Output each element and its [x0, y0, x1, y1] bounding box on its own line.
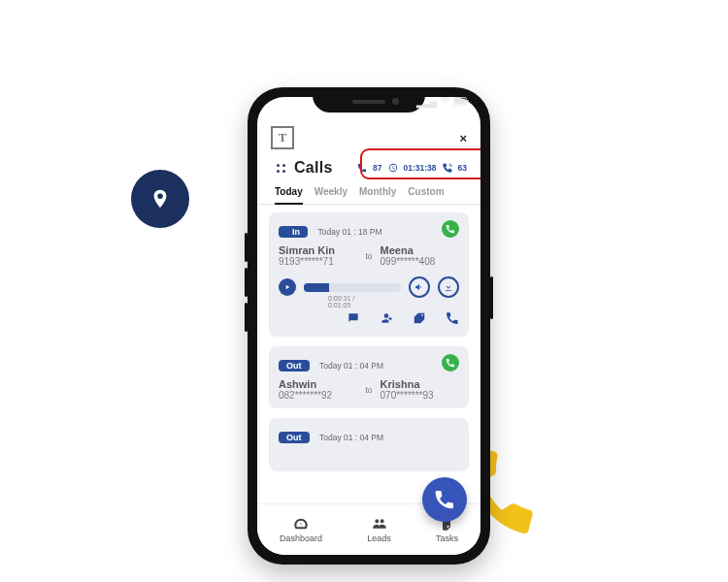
- direction-chip: In: [279, 226, 308, 238]
- call-timestamp: Today 01 : 04 PM: [319, 433, 383, 442]
- call-card: In Today 01 : 18 PM Simran Kin 9193*****…: [269, 212, 469, 337]
- phone-device: ▂▃▅ T × Calls 87 01:31:38 63 T: [248, 87, 490, 565]
- to-label: to: [365, 251, 372, 261]
- phone-icon: [357, 163, 367, 173]
- tag-icon: [413, 311, 426, 325]
- gauge-icon: [293, 516, 309, 532]
- call-stats: 87 01:31:38 63: [357, 163, 467, 173]
- decor-location-badge: [131, 170, 189, 228]
- tab-weekly[interactable]: Weekly: [314, 182, 347, 204]
- call-card: Out Today 01 : 04 PM Ashwin 082*******92…: [269, 346, 469, 408]
- phone-screen: T × Calls 87 01:31:38 63 Today Weekly Mo…: [257, 97, 480, 555]
- call-card: Out Today 01 : 04 PM: [269, 418, 469, 471]
- call-now-button[interactable]: [442, 220, 459, 238]
- title-ornament-icon: [275, 162, 286, 174]
- download-icon: [444, 282, 453, 292]
- tag-action[interactable]: [413, 311, 426, 329]
- dial-fab[interactable]: [422, 477, 467, 522]
- phone-ring-icon: [443, 163, 452, 173]
- tab-monthly[interactable]: Monthly: [359, 182, 396, 204]
- nav-dashboard[interactable]: Dashboard: [280, 516, 322, 543]
- direction-chip: Out: [279, 360, 310, 372]
- battery-icon: [453, 97, 469, 108]
- phone-notch: [313, 87, 425, 113]
- speaker-icon: [414, 282, 424, 292]
- status-bar-icons: ▂▃▅: [416, 96, 469, 109]
- phone-refresh-icon: [446, 311, 459, 325]
- volume-button[interactable]: [409, 276, 430, 298]
- call-timestamp: Today 01 : 04 PM: [319, 361, 383, 371]
- signal-icon: ▂▃▅: [416, 98, 437, 108]
- users-icon: [372, 516, 387, 532]
- caller-name: Ashwin: [279, 378, 357, 390]
- play-icon: [283, 283, 291, 291]
- download-button[interactable]: [438, 276, 459, 298]
- phone-icon: [446, 358, 455, 368]
- call-timestamp: Today 01 : 18 PM: [317, 227, 381, 237]
- nav-leads[interactable]: Leads: [367, 516, 391, 543]
- stat-calls: 87: [373, 163, 381, 173]
- clock-icon: [388, 163, 398, 173]
- svg-rect-1: [454, 99, 465, 105]
- seek-bar[interactable]: 0:00:31 / 0:01:05: [304, 283, 401, 292]
- to-label: to: [365, 385, 372, 395]
- call-now-button[interactable]: [442, 354, 459, 372]
- stat-connected: 63: [458, 163, 467, 173]
- pin-icon: [149, 184, 171, 213]
- tab-custom[interactable]: Custom: [408, 182, 444, 204]
- caller-phone: 9193******71: [279, 256, 357, 267]
- chat-icon: [347, 311, 360, 325]
- message-action[interactable]: [347, 311, 360, 329]
- phone-icon: [446, 224, 455, 234]
- caller-name: Simran Kin: [279, 244, 357, 256]
- close-button[interactable]: ×: [459, 131, 467, 146]
- add-contact-action[interactable]: [380, 311, 393, 329]
- play-button[interactable]: [279, 278, 296, 296]
- callee-phone: 070*******93: [381, 390, 459, 401]
- stat-duration: 01:31:38: [404, 163, 437, 173]
- playback-time: 0:00:31 / 0:01:05: [328, 295, 377, 308]
- phone-icon: [434, 489, 455, 510]
- caller-phone: 082*******92: [279, 390, 357, 401]
- wifi-icon: [440, 96, 450, 109]
- callee-phone: 099******408: [381, 256, 459, 267]
- direction-chip: Out: [279, 432, 310, 443]
- page-title: Calls: [294, 159, 333, 177]
- date-range-tabs: Today Weekly Monthly Custom: [257, 180, 480, 205]
- tab-today[interactable]: Today: [275, 182, 303, 205]
- user-plus-icon: [380, 311, 393, 325]
- app-logo: T: [271, 126, 294, 149]
- callee-name: Krishna: [381, 378, 459, 390]
- recording-player: 0:00:31 / 0:01:05: [279, 276, 459, 298]
- callback-action[interactable]: [446, 311, 459, 329]
- callee-name: Meena: [381, 244, 459, 256]
- svg-rect-2: [467, 100, 469, 103]
